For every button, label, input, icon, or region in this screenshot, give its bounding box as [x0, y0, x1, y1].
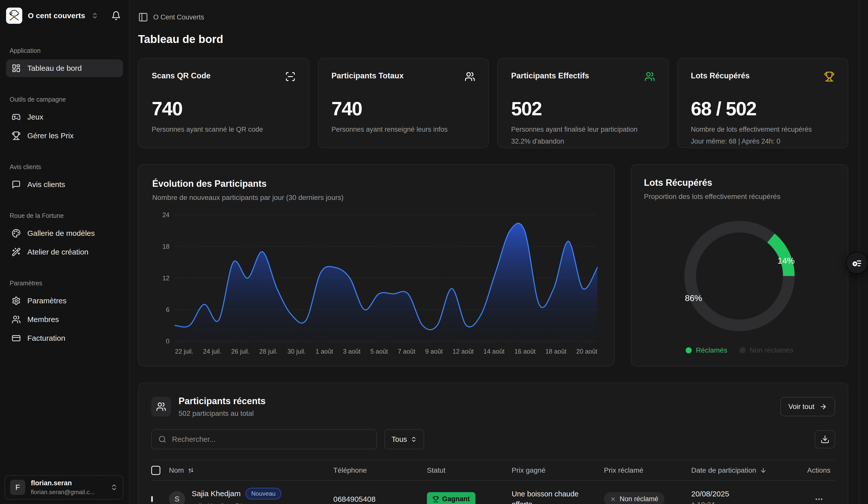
stat-description: Personnes ayant renseigné leurs infos — [332, 126, 475, 134]
sidebar-item-gerer-les-prix[interactable]: Gérer les Prix — [6, 127, 123, 145]
sidebar-nav: Application Tableau de bord Outils de ca… — [6, 47, 123, 347]
search-input[interactable] — [172, 435, 370, 444]
nav-section-outils: Outils de campagne Jeux Gérer les Prix — [6, 96, 123, 145]
stat-title: Participants Effectifs — [511, 71, 589, 80]
sidebar-item-membres[interactable]: Membres — [6, 311, 123, 328]
sidebar-item-facturation[interactable]: Facturation — [6, 329, 123, 347]
column-header-actions: Actions — [803, 466, 835, 474]
sidebar-item-parametres[interactable]: Paramètres — [6, 292, 123, 309]
donut-value-unclaimed: 86% — [685, 293, 702, 303]
stat-card-participants-effectifs: Participants Effectifs 502 Personnes aya… — [497, 58, 669, 148]
users-icon — [465, 71, 475, 82]
legend-label: Non réclamés — [750, 346, 793, 354]
stat-description: Personnes ayant finalisé leur participat… — [511, 126, 655, 134]
section-title: Participants récents — [178, 396, 266, 407]
legend-label: Réclamés — [696, 346, 727, 354]
column-label: Nom — [169, 466, 184, 474]
column-header-statut[interactable]: Statut — [427, 466, 512, 474]
status-filter-select[interactable]: Tous — [384, 429, 424, 449]
avatar: F — [10, 480, 25, 495]
column-header-date[interactable]: Date de participation — [691, 466, 803, 474]
sort-down-icon — [760, 467, 767, 474]
prize-won: Une boisson chaude offerte — [512, 489, 588, 504]
table-row[interactable]: S Sajia Khedjam Nouveau sajia.khedjam@la… — [151, 481, 835, 504]
sidebar-toggle-icon[interactable] — [138, 12, 148, 22]
stat-value: 68 / 502 — [691, 97, 835, 119]
participants-card: Participants récents 502 participants au… — [138, 383, 848, 504]
status-label: Gagnant — [442, 495, 470, 503]
sidebar-item-atelier-de-creation[interactable]: Atelier de création — [6, 243, 123, 261]
svg-text:6: 6 — [166, 306, 169, 313]
select-all-checkbox[interactable] — [151, 466, 161, 475]
x-tick: 9 août — [425, 348, 443, 355]
dashboard-icon — [12, 64, 21, 73]
column-header-nom[interactable]: Nom — [169, 466, 333, 474]
sidebar-item-label: Tableau de bord — [27, 64, 82, 73]
stat-value: 740 — [332, 97, 475, 119]
stat-card-lots-recuperes: Lots Récupérés 68 / 502 Nombre de lots e… — [677, 58, 848, 148]
column-header-prix-gagne[interactable]: Prix gagné — [512, 466, 604, 474]
users-icon — [12, 315, 21, 324]
sidebar: O cent couverts Application Tableau de b… — [0, 0, 130, 504]
chat-bubble-icon — [12, 180, 21, 189]
users-green-icon — [644, 71, 655, 82]
x-tick: 24 juil. — [203, 348, 221, 355]
user-email: florian.seran@gmail.c... — [31, 489, 95, 496]
stat-card-scans-qr: Scans QR Code 740 Personnes ayant scanné… — [138, 58, 309, 148]
participation-time: à 19:24 — [691, 501, 803, 504]
user-menu[interactable]: F florian.seran florian.seran@gmail.c... — [4, 475, 123, 500]
notifications-bell-icon[interactable] — [109, 9, 123, 22]
breadcrumb-label[interactable]: O Cent Couverts — [153, 13, 204, 21]
stat-title: Scans QR Code — [152, 71, 211, 80]
svg-text:0: 0 — [166, 338, 169, 343]
participant-email: sajia.khedjam@laposte.net — [192, 503, 281, 504]
nav-section-parametres: Paramètres Paramètres Membres Facturatio… — [6, 280, 123, 347]
section-subtitle: 502 participants au total — [178, 409, 266, 418]
magic-wand-icon — [12, 248, 21, 256]
filter-label: Tous — [392, 435, 407, 444]
chart-subtitle: Nombre de nouveaux participants par jour… — [152, 193, 600, 202]
row-checkbox[interactable] — [151, 496, 153, 502]
nav-section-label: Roue de la Fortune — [10, 212, 123, 219]
ellipsis-icon — [814, 495, 824, 504]
stat-description: Nombre de lots effectivement récupérés — [691, 126, 835, 134]
donut-chart — [674, 210, 805, 342]
participant-name: Sajia Khedjam — [192, 489, 240, 498]
column-header-prix-reclame[interactable]: Prix réclamé — [604, 466, 691, 474]
claimed-label: Non réclamé — [620, 495, 658, 503]
page-title: Tableau de bord — [138, 33, 848, 45]
nav-section-label: Application — [10, 47, 123, 54]
nav-section-label: Avis clients — [10, 163, 123, 171]
sidebar-item-label: Paramètres — [27, 296, 66, 305]
stat-card-participants-totaux: Participants Totaux 740 Personnes ayant … — [318, 58, 489, 148]
chart-title: Lots Récupérés — [644, 177, 835, 188]
column-label: Prix réclamé — [604, 466, 643, 474]
sidebar-item-gallerie-de-modeles[interactable]: Gallerie de modèles — [6, 224, 123, 242]
sidebar-item-jeux[interactable]: Jeux — [6, 108, 123, 126]
view-all-button[interactable]: Voir tout — [780, 397, 835, 416]
row-actions-menu[interactable] — [803, 495, 835, 504]
credit-card-icon — [12, 334, 21, 343]
svg-text:18: 18 — [162, 243, 169, 250]
chevrons-up-down-icon — [91, 12, 99, 19]
sidebar-item-label: Avis clients — [27, 180, 65, 189]
sidebar-item-tableau-de-bord[interactable]: Tableau de bord — [6, 60, 123, 77]
x-tick: 22 juil. — [175, 348, 193, 355]
chart-title: Évolution des Participants — [152, 178, 600, 189]
floating-feedback-button[interactable] — [846, 252, 868, 274]
table-header: Nom Téléphone Statut Prix gagné Prix réc… — [151, 460, 835, 481]
stat-title: Lots Récupérés — [691, 71, 750, 80]
participant-phone: 0684905408 — [333, 495, 427, 504]
column-label: Date de participation — [691, 466, 756, 474]
donut-chart-card: Lots Récupérés Proportion des lots effec… — [631, 164, 848, 367]
stat-extra: 32.2% d'abandon — [511, 137, 655, 145]
sidebar-item-avis-clients[interactable]: Avis clients — [6, 176, 123, 193]
charts-row: Évolution des Participants Nombre de nou… — [138, 164, 848, 367]
sort-up-down-icon — [187, 467, 195, 474]
donut-value-claimed: 14% — [777, 256, 795, 266]
workspace-switcher[interactable]: O cent couverts — [6, 8, 123, 24]
stat-title: Participants Totaux — [332, 71, 404, 80]
column-header-telephone[interactable]: Téléphone — [333, 466, 427, 474]
export-download-button[interactable] — [815, 430, 835, 448]
palette-icon — [12, 229, 21, 238]
